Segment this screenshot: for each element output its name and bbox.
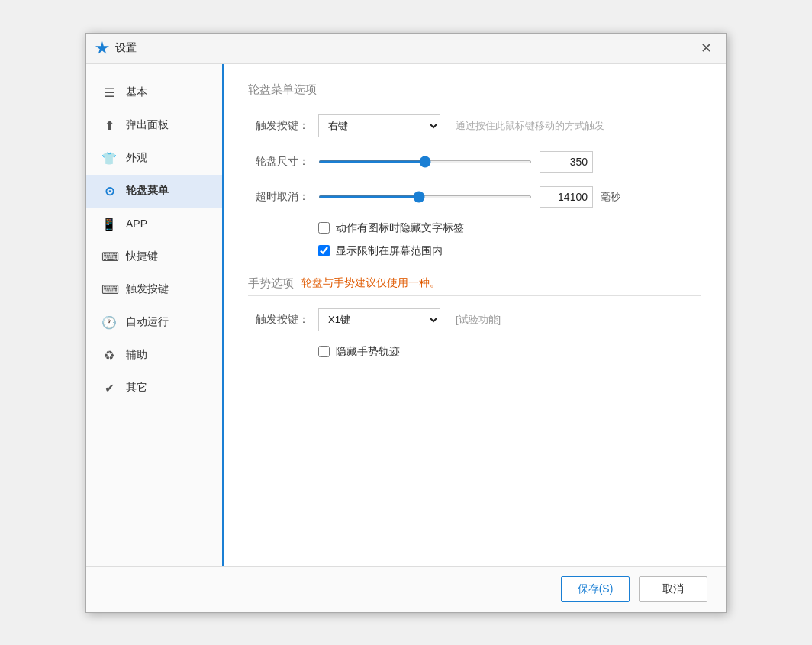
other-icon: ✔ [102, 381, 117, 395]
wheel-section-title: 轮盘菜单选项 [248, 82, 701, 102]
timeout-unit: 毫秒 [601, 190, 620, 204]
sidebar-label-other: 其它 [126, 381, 147, 395]
main-content: 轮盘菜单选项 触发按键： 右键 左键 中键 X1键 X2键 通过按住此鼠标键移动… [224, 64, 726, 566]
title-bar: 设置 ✕ [86, 34, 726, 64]
timeout-slider[interactable] [318, 195, 532, 198]
gesture-title-text: 手势选项 [248, 276, 294, 291]
sidebar-label-app: APP [126, 218, 147, 230]
gesture-trigger-select[interactable]: X1键 X2键 右键 左键 中键 [318, 308, 440, 331]
gesture-warning: 轮盘与手势建议仅使用一种。 [301, 276, 440, 290]
gesture-trigger-key-row: 触发按键： X1键 X2键 右键 左键 中键 [试验功能] [248, 308, 701, 331]
screen-limit-checkbox[interactable] [318, 245, 330, 256]
appearance-icon: 👕 [102, 151, 117, 166]
save-button[interactable]: 保存(S) [561, 576, 630, 602]
dialog-title: 设置 [115, 41, 137, 55]
settings-dialog: 设置 ✕ ☰ 基本 ⬆ 弹出面板 👕 外观 ⊙ 轮盘菜单 📱 [85, 33, 727, 613]
app-nav-icon: 📱 [102, 217, 117, 231]
sidebar-label-wheel: 轮盘菜单 [126, 184, 169, 198]
trigger-key-select[interactable]: 右键 左键 中键 X1键 X2键 [318, 114, 440, 137]
sidebar-label-trigger: 触发按键 [126, 282, 169, 296]
dialog-body: ☰ 基本 ⬆ 弹出面板 👕 外观 ⊙ 轮盘菜单 📱 APP ⌨ 快捷键 [86, 64, 726, 566]
wheel-size-row: 轮盘尺寸： [248, 151, 701, 173]
cancel-button[interactable]: 取消 [639, 576, 707, 602]
app-icon [95, 41, 109, 55]
sidebar-item-other[interactable]: ✔ 其它 [86, 372, 222, 405]
wheel-icon: ⊙ [102, 184, 117, 198]
sidebar-item-basic[interactable]: ☰ 基本 [86, 76, 222, 109]
sidebar-item-wheel[interactable]: ⊙ 轮盘菜单 [86, 175, 222, 208]
checkbox-hide-label-row: 动作有图标时隐藏文字标签 [248, 221, 701, 235]
sidebar-item-popup[interactable]: ⬆ 弹出面板 [86, 109, 222, 142]
assist-icon: ♻ [102, 348, 117, 363]
hide-trail-checkbox[interactable] [318, 346, 330, 357]
title-bar-left: 设置 [95, 41, 137, 55]
wheel-size-slider-wrapper [318, 151, 593, 173]
hide-label-checkbox[interactable] [318, 222, 330, 234]
basic-icon: ☰ [102, 85, 117, 100]
trigger-key-label: 触发按键： [248, 119, 309, 133]
sidebar-item-shortcut[interactable]: ⌨ 快捷键 [86, 240, 222, 273]
trial-badge: [试验功能] [456, 313, 501, 327]
close-button[interactable]: ✕ [696, 40, 717, 56]
autorun-icon: 🕐 [102, 315, 117, 330]
wheel-size-slider[interactable] [318, 160, 532, 163]
sidebar-label-shortcut: 快捷键 [126, 250, 158, 263]
hide-trail-row: 隐藏手势轨迹 [248, 345, 701, 359]
sidebar-item-appearance[interactable]: 👕 外观 [86, 142, 222, 175]
wheel-size-label: 轮盘尺寸： [248, 155, 309, 169]
timeout-slider-wrapper: 毫秒 [318, 186, 620, 208]
hide-trail-text: 隐藏手势轨迹 [336, 345, 400, 359]
sidebar-item-autorun[interactable]: 🕐 自动运行 [86, 306, 222, 339]
sidebar: ☰ 基本 ⬆ 弹出面板 👕 外观 ⊙ 轮盘菜单 📱 APP ⌨ 快捷键 [86, 64, 224, 566]
timeout-input[interactable] [540, 186, 593, 208]
screen-limit-text: 显示限制在屏幕范围内 [336, 244, 443, 258]
timeout-row: 超时取消： 毫秒 [248, 186, 701, 208]
sidebar-item-assist[interactable]: ♻ 辅助 [86, 339, 222, 372]
shortcut-icon: ⌨ [102, 250, 117, 264]
sidebar-label-autorun: 自动运行 [126, 315, 169, 329]
wheel-size-input[interactable] [540, 151, 593, 173]
dialog-footer: 保存(S) 取消 [86, 566, 726, 612]
trigger-key-row: 触发按键： 右键 左键 中键 X1键 X2键 通过按住此鼠标键移动的方式触发 [248, 114, 701, 137]
trigger-icon: ⌨ [102, 282, 117, 297]
sidebar-label-appearance: 外观 [126, 151, 147, 165]
sidebar-label-assist: 辅助 [126, 348, 147, 362]
popup-icon: ⬆ [102, 118, 117, 133]
sidebar-label-basic: 基本 [126, 85, 147, 99]
timeout-label: 超时取消： [248, 190, 309, 204]
sidebar-item-trigger[interactable]: ⌨ 触发按键 [86, 273, 222, 306]
hide-label-text: 动作有图标时隐藏文字标签 [336, 221, 464, 235]
gesture-section-title: 手势选项 轮盘与手势建议仅使用一种。 [248, 276, 701, 296]
sidebar-label-popup: 弹出面板 [126, 118, 169, 132]
gesture-trigger-label: 触发按键： [248, 313, 309, 327]
trigger-key-hint: 通过按住此鼠标键移动的方式触发 [456, 119, 604, 133]
checkbox-screen-limit-row: 显示限制在屏幕范围内 [248, 244, 701, 258]
sidebar-item-app[interactable]: 📱 APP [86, 208, 222, 240]
